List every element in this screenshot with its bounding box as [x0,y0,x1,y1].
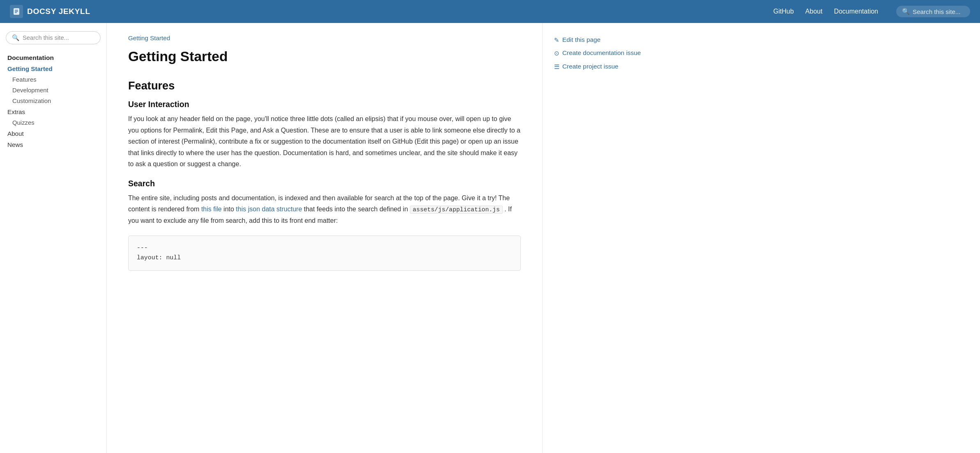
sidebar-section-documentation: Documentation [0,52,106,63]
topnav: DOCSY JEKYLL GitHub About Documentation … [0,0,980,23]
documentation-link[interactable]: Documentation [834,8,878,15]
sidebar-item-getting-started[interactable]: Getting Started [0,63,106,74]
this-json-link[interactable]: this json data structure [236,206,302,213]
topnav-links: GitHub About Documentation 🔍 Search this… [773,6,970,17]
sidebar-item-news[interactable]: News [0,139,106,150]
github-circle-icon: ⊙ [554,49,559,57]
main-content: Getting Started Getting Started Features… [107,23,542,453]
code-block: --- layout: null [128,236,521,271]
topnav-search[interactable]: 🔍 Search this site... [896,6,970,17]
sidebar-search[interactable]: 🔍 Search this site... [6,31,101,44]
topnav-search-placeholder: Search this site... [913,8,961,15]
create-project-issue-action[interactable]: ☰ Create project issue [554,62,646,71]
user-interaction-para: If you look at any header field on the p… [128,113,521,170]
create-doc-issue-label: Create documentation issue [562,48,641,57]
search-icon: 🔍 [902,8,910,15]
about-link[interactable]: About [805,8,823,15]
sidebar: 🔍 Search this site... Documentation Gett… [0,23,107,453]
edit-icon: ✎ [554,36,559,44]
brand-icon [10,5,23,18]
edit-page-action[interactable]: ✎ Edit this page [554,35,646,44]
code-inline-assets: assets/js/application.js [410,206,503,214]
brand-link[interactable]: DOCSY JEKYLL [10,5,90,18]
sidebar-search-placeholder: Search this site... [23,34,69,41]
search-para: The entire site, including posts and doc… [128,192,521,226]
create-doc-issue-action[interactable]: ⊙ Create documentation issue [554,48,646,57]
sidebar-item-customization[interactable]: Customization [0,96,106,106]
breadcrumb[interactable]: Getting Started [128,34,521,41]
search-heading: Search [128,179,521,188]
svg-rect-3 [15,12,17,13]
user-interaction-heading: User Interaction [128,100,521,109]
right-sidebar: ✎ Edit this page ⊙ Create documentation … [542,23,657,453]
svg-rect-1 [15,10,18,11]
svg-rect-2 [15,11,18,12]
sidebar-search-icon: 🔍 [12,34,19,41]
page-title: Getting Started [128,49,521,64]
brand-label: DOCSY JEKYLL [27,7,90,16]
this-file-link[interactable]: this file [201,206,222,213]
sidebar-item-about[interactable]: About [0,128,106,139]
create-project-issue-label: Create project issue [562,62,619,71]
sidebar-item-features[interactable]: Features [0,74,106,85]
features-heading: Features [128,79,521,92]
github-link[interactable]: GitHub [773,8,794,15]
sidebar-item-quizzes[interactable]: Quizzes [0,117,106,128]
list-icon: ☰ [554,62,559,71]
sidebar-item-development[interactable]: Development [0,85,106,96]
sidebar-item-extras[interactable]: Extras [0,106,106,117]
code-line-1: --- [137,243,512,253]
page-layout: 🔍 Search this site... Documentation Gett… [0,23,980,453]
code-line-2: layout: null [137,253,512,263]
edit-page-label: Edit this page [562,35,600,44]
